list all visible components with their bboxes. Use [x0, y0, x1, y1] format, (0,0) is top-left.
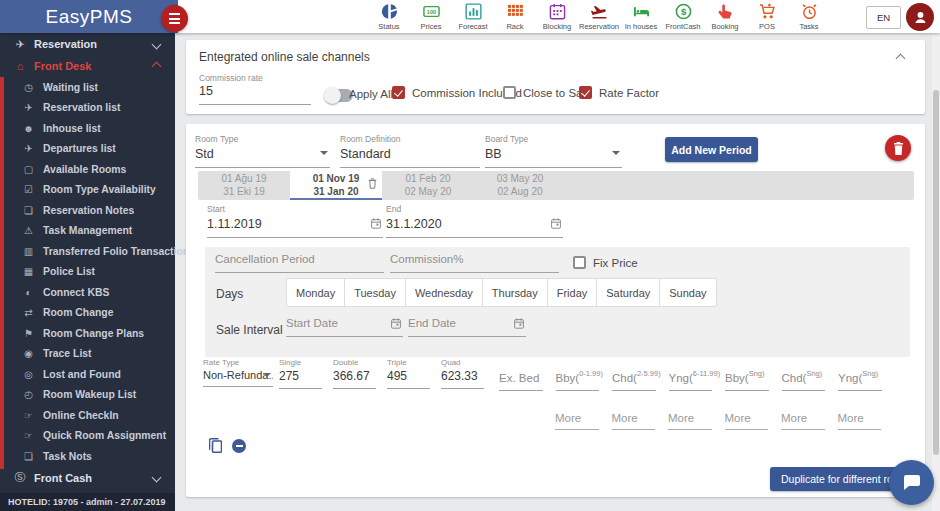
nav-pos[interactable]: POS: [746, 3, 788, 31]
nav-frontcash[interactable]: $ FrontCash: [662, 3, 704, 31]
extra-price-field[interactable]: Yng(6-11.99): [669, 370, 713, 391]
language-selector[interactable]: EN: [866, 6, 901, 29]
cancellation-period-input[interactable]: Cancellation Period: [215, 253, 384, 273]
day-toggle[interactable]: Saturday: [596, 278, 660, 307]
room-definition-input[interactable]: Room Definition Standard: [340, 134, 480, 168]
nav-blocking[interactable]: Blocking: [536, 3, 578, 31]
calendar-icon[interactable]: [551, 218, 561, 232]
sidebar-section-reservation[interactable]: ✈ Reservation: [0, 33, 175, 55]
nav-status[interactable]: Status: [368, 3, 410, 31]
sidebar-item[interactable]: ◷ Waiting list: [0, 77, 175, 98]
price-field[interactable]: Triple 495: [387, 358, 430, 389]
price-value: 366.67: [333, 369, 376, 389]
end-date-input[interactable]: End 31.1.2020: [386, 204, 563, 238]
sidebar-item[interactable]: ◎ Lost and Found: [0, 364, 175, 385]
add-new-period-button[interactable]: Add New Period: [665, 137, 758, 162]
sidebar-item[interactable]: ▢ Available Rooms: [0, 159, 175, 180]
commission-rate-input[interactable]: 15: [199, 84, 311, 105]
chevron-up-icon: [152, 61, 162, 71]
period-tab[interactable]: 03 May 20 02 Aug 20: [474, 171, 566, 200]
nav-rack[interactable]: Rack: [494, 3, 536, 31]
nav-reservation[interactable]: Reservation: [578, 3, 620, 31]
day-toggle[interactable]: Tuesday: [344, 278, 406, 307]
trash-icon[interactable]: [368, 175, 377, 193]
extra-price-field[interactable]: Ex. Bed: [499, 370, 543, 391]
day-toggle[interactable]: Thursday: [482, 278, 548, 307]
sidebar-item[interactable]: ✈ Reservation list: [0, 98, 175, 119]
period-tab[interactable]: 01 Ağu 19 31 Eki 19: [198, 171, 290, 200]
sidebar-item[interactable]: ◴ Room Wakeup List: [0, 385, 175, 406]
duplicate-room-type-button[interactable]: Duplicate for different room ty: [770, 467, 908, 491]
sidebar-item[interactable]: ✈ Departures list: [0, 139, 175, 160]
sidebar-item[interactable]: ☞ Online CheckIn: [0, 405, 175, 426]
sidebar-item[interactable]: ❏ Reservation Notes: [0, 200, 175, 221]
sidebar-item[interactable]: ◉ Trace List: [0, 344, 175, 365]
checkbox-label: Fix Price: [593, 257, 638, 269]
nav-forecast[interactable]: Forecast: [452, 3, 494, 31]
price-field[interactable]: Single 275: [279, 358, 322, 389]
sidebar-item[interactable]: ▦ Police List: [0, 262, 175, 283]
scrollbar-thumb[interactable]: [933, 90, 939, 455]
plane-landing-icon: [591, 3, 608, 20]
more-field[interactable]: More: [725, 412, 769, 430]
more-field[interactable]: More: [668, 412, 712, 430]
delete-period-button[interactable]: [885, 135, 911, 161]
price-field[interactable]: Quad 623.33: [441, 358, 484, 389]
sidebar-item[interactable]: ⚠ Task Management: [0, 221, 175, 242]
more-field[interactable]: More: [555, 412, 599, 430]
extra-price-field[interactable]: Bby(Sng): [725, 370, 769, 391]
chat-widget-button[interactable]: [889, 460, 934, 505]
sale-end-date-input[interactable]: End Date: [408, 317, 526, 337]
room-type-select[interactable]: Room Type Std: [195, 134, 330, 168]
start-date-input[interactable]: Start 1.11.2019: [207, 204, 383, 238]
sidebar-section-front-desk[interactable]: ⌂ Front Desk: [0, 55, 175, 77]
sidebar-item[interactable]: ☻ Inhouse list: [0, 118, 175, 139]
more-field[interactable]: More: [612, 412, 656, 430]
extra-price-field[interactable]: Yng(Sng): [838, 370, 882, 391]
extra-price-field[interactable]: Chd(Sng): [782, 370, 826, 391]
sidebar-item[interactable]: ▥ Transferred Folio Transactions: [0, 241, 175, 262]
extra-price-field[interactable]: Chd(2-5.99): [612, 370, 656, 391]
board-type-select[interactable]: Board Type BB: [485, 134, 622, 168]
fix-price-checkbox[interactable]: Fix Price: [573, 256, 638, 269]
home-icon: ⌂: [12, 60, 28, 72]
sidebar-section-front-cash[interactable]: Ⓢ Front Cash: [0, 467, 175, 489]
nav-inhouses[interactable]: In houses: [620, 3, 662, 31]
sidebar-item[interactable]: ⚑ Room Change Plans: [0, 323, 175, 344]
price-field[interactable]: Double 366.67: [333, 358, 376, 389]
rate-type-select[interactable]: Rate Type Non-Refunda...: [203, 358, 273, 387]
profile-avatar[interactable]: [906, 3, 934, 31]
period-tab[interactable]: 01 Feb 20 02 May 20: [382, 171, 474, 200]
calendar-icon[interactable]: [514, 318, 524, 331]
day-toggle[interactable]: Wednesday: [405, 278, 483, 307]
copy-row-button[interactable]: [209, 438, 222, 457]
sidebar-item[interactable]: ⇄ Room Change: [0, 303, 175, 324]
collapse-panel-button[interactable]: [897, 48, 904, 66]
day-toggle[interactable]: Monday: [286, 278, 345, 307]
extra-price-field[interactable]: Bby(0-1.99): [556, 370, 600, 391]
person-icon: [912, 9, 929, 26]
more-field[interactable]: More: [781, 412, 825, 430]
sale-start-date-input[interactable]: Start Date: [286, 317, 403, 337]
calendar-icon[interactable]: [391, 318, 401, 331]
sidebar-item[interactable]: ☑ Room Type Availability: [0, 180, 175, 201]
period-tab[interactable]: 01 Nov 19 31 Jan 20: [290, 171, 382, 200]
day-toggle[interactable]: Sunday: [659, 278, 716, 307]
extra-label: Chd(: [782, 372, 807, 384]
bed-icon: [633, 3, 650, 20]
nav-booking[interactable]: Booking: [704, 3, 746, 31]
more-field[interactable]: More: [838, 412, 882, 430]
remove-row-button[interactable]: [232, 439, 246, 453]
field-label: Room Type: [195, 134, 330, 144]
rate-factor-checkbox[interactable]: Rate Factor: [579, 86, 659, 99]
sidebar-item[interactable]: ❏ Task Nots: [0, 446, 175, 467]
sidebar-item[interactable]: ☞ Quick Room Assignment: [0, 426, 175, 447]
nav-tasks[interactable]: Tasks: [788, 3, 830, 31]
hamburger-menu-button[interactable]: [161, 5, 188, 32]
hotel-id-statusbar: HOTELID: 19705 - admin - 27.07.2019: [0, 493, 175, 511]
commission-percent-input[interactable]: Commission%: [390, 253, 559, 273]
day-toggle[interactable]: Friday: [547, 278, 598, 307]
nav-prices[interactable]: 100 Prices: [410, 3, 452, 31]
sidebar-item[interactable]: ◐ Connect KBS: [0, 282, 175, 303]
calendar-icon[interactable]: [371, 218, 381, 232]
